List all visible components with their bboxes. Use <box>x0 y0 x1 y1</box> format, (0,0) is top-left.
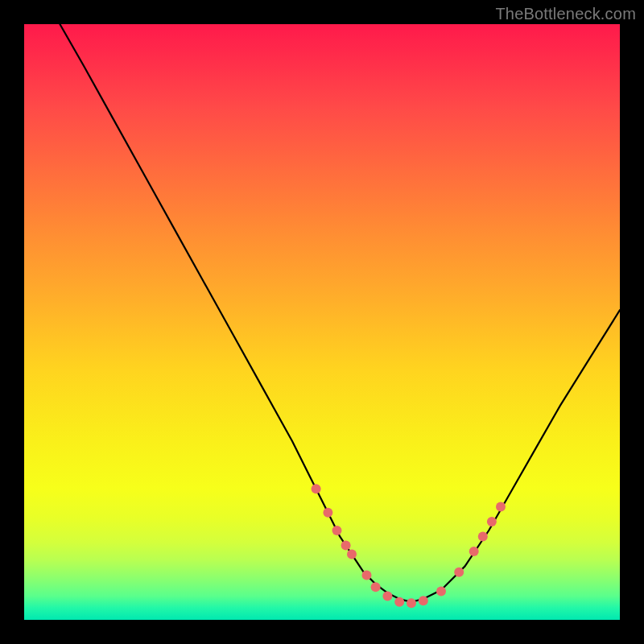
data-point <box>407 598 416 608</box>
data-point <box>347 550 357 559</box>
bottleneck-curve <box>60 24 620 602</box>
chart-overlay <box>24 24 620 620</box>
data-point <box>332 526 342 535</box>
data-point <box>487 517 497 526</box>
data-point <box>496 502 506 511</box>
chart-stage: TheBottleneck.com <box>0 0 644 644</box>
data-point <box>394 597 404 607</box>
data-point <box>341 541 351 551</box>
data-point <box>323 508 332 518</box>
data-point <box>362 571 372 580</box>
data-point <box>436 586 446 596</box>
data-point <box>469 547 479 556</box>
data-point <box>382 591 392 601</box>
watermark-text: TheBottleneck.com <box>495 5 636 23</box>
data-point <box>371 582 381 592</box>
data-point <box>454 568 464 577</box>
plot-area <box>24 24 620 620</box>
data-point <box>312 484 321 493</box>
highlighted-points <box>312 484 506 608</box>
data-point <box>478 531 488 541</box>
data-point <box>419 596 428 605</box>
